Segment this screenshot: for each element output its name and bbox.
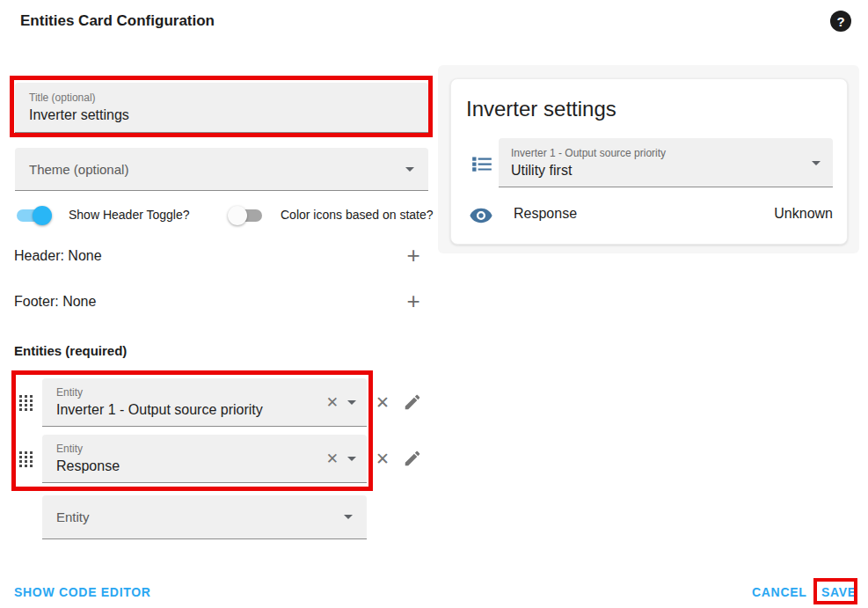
- show-code-editor-button[interactable]: SHOW CODE EDITOR: [14, 585, 151, 599]
- preview-select-value: Utility first: [511, 162, 821, 179]
- dialog-title: Entities Card Configuration: [20, 12, 215, 30]
- entities-heading: Entities (required): [14, 343, 127, 358]
- add-footer-button[interactable]: +: [401, 289, 426, 313]
- header-row-label: Header: None: [14, 248, 102, 264]
- title-input[interactable]: Title (optional) Inverter settings: [15, 83, 428, 133]
- drag-handle[interactable]: [19, 451, 35, 468]
- chevron-down-icon: [812, 161, 821, 165]
- preview-select-label: Inverter 1 - Output source priority: [511, 147, 821, 159]
- preview-state-label: Response: [514, 206, 577, 222]
- plus-icon: +: [406, 288, 419, 315]
- cancel-button[interactable]: CANCEL: [752, 585, 807, 599]
- entity-select-label: Entity: [56, 386, 353, 399]
- title-input-label: Title (optional): [29, 92, 414, 104]
- chevron-down-icon: [405, 167, 414, 172]
- remove-entity-button[interactable]: ✕: [371, 391, 394, 414]
- entity-select[interactable]: Entity Inverter 1 - Output source priori…: [42, 378, 367, 427]
- drag-dots-icon: [19, 394, 33, 412]
- close-icon: ✕: [376, 451, 390, 467]
- pencil-icon: [403, 449, 422, 468]
- show-header-toggle[interactable]: [14, 205, 53, 226]
- remove-entity-button[interactable]: ✕: [371, 447, 394, 470]
- entities-card-config-dialog: Entities Card Configuration ? Title (opt…: [0, 0, 868, 608]
- theme-select[interactable]: Theme (optional): [15, 148, 428, 191]
- entity-select[interactable]: Entity Response ✕: [42, 435, 367, 483]
- close-icon: ✕: [376, 394, 390, 411]
- toggle-thumb: [33, 206, 52, 225]
- entity-select-value: Inverter 1 - Output source priority: [56, 401, 353, 419]
- help-button[interactable]: ?: [830, 11, 851, 32]
- title-input-value: Inverter settings: [29, 106, 414, 124]
- show-header-toggle-label: Show Header Toggle?: [69, 208, 190, 222]
- chevron-down-icon: [347, 400, 356, 405]
- footer-row-label: Footer: None: [14, 294, 96, 310]
- add-entity-select-label: Entity: [56, 509, 344, 524]
- help-icon: ?: [836, 14, 844, 29]
- drag-dots-icon: [19, 451, 33, 468]
- color-icons-toggle[interactable]: [228, 205, 266, 226]
- add-header-button[interactable]: +: [401, 243, 426, 267]
- plus-icon: +: [406, 242, 419, 269]
- eye-icon: [469, 203, 492, 226]
- preview-entity-select[interactable]: Inverter 1 - Output source priority Util…: [499, 138, 833, 187]
- chevron-down-icon: [344, 515, 353, 519]
- preview-card-title: Inverter settings: [466, 97, 616, 121]
- drag-handle[interactable]: [19, 394, 35, 412]
- add-entity-select[interactable]: Entity: [42, 495, 367, 539]
- format-list-bulleted-icon: [470, 152, 493, 175]
- theme-select-label: Theme (optional): [29, 162, 405, 177]
- save-button[interactable]: SAVE: [821, 585, 857, 599]
- color-icons-toggle-label: Color icons based on state?: [281, 208, 434, 222]
- entity-select-value: Response: [56, 458, 353, 475]
- edit-entity-button[interactable]: [401, 447, 424, 470]
- preview-state-value: Unknown: [774, 206, 833, 222]
- clear-entity-button[interactable]: ✕: [326, 451, 339, 466]
- edit-entity-button[interactable]: [401, 391, 424, 414]
- clear-entity-button[interactable]: ✕: [326, 395, 339, 410]
- toggle-thumb: [228, 206, 247, 225]
- chevron-down-icon: [347, 457, 356, 461]
- pencil-icon: [403, 392, 422, 412]
- entity-select-label: Entity: [56, 443, 353, 455]
